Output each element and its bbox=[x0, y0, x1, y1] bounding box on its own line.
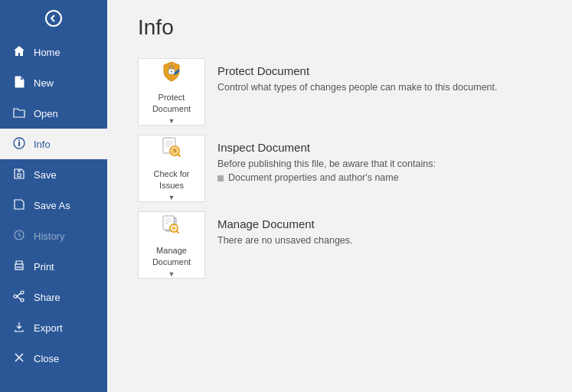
sidebar-item-label: Info bbox=[34, 139, 51, 150]
inspect-heading: Inspect Document bbox=[217, 141, 436, 154]
sidebar-item-label: Home bbox=[34, 47, 60, 58]
protect-heading: Protect Document bbox=[217, 64, 498, 77]
sidebar-item-close[interactable]: Close bbox=[0, 343, 107, 374]
sidebar-item-history[interactable]: History bbox=[0, 220, 107, 251]
sidebar-item-label: Print bbox=[34, 261, 54, 273]
svg-line-10 bbox=[17, 296, 21, 299]
share-icon bbox=[12, 290, 26, 305]
sidebar-item-label: History bbox=[34, 230, 64, 242]
sidebar-item-home[interactable]: Home bbox=[0, 37, 107, 67]
protect-description: Control what types of changes people can… bbox=[217, 82, 498, 93]
sidebar: Home New Open Info Save Save As bbox=[0, 0, 107, 392]
sidebar-item-label: Close bbox=[34, 353, 59, 364]
sidebar-item-save[interactable]: Save bbox=[0, 159, 107, 190]
check-btn-label: Check for Issues bbox=[153, 168, 189, 191]
sidebar-item-save-as[interactable]: Save As bbox=[0, 190, 107, 220]
inspect-card: Check for Issues ▼ Inspect Document Befo… bbox=[138, 135, 541, 202]
page-title: Info bbox=[138, 15, 541, 40]
svg-line-22 bbox=[178, 154, 180, 156]
check-issues-button[interactable]: Check for Issues ▼ bbox=[138, 135, 205, 202]
sidebar-item-label: Export bbox=[34, 322, 63, 334]
sidebar-item-label: Save bbox=[34, 169, 57, 181]
svg-point-7 bbox=[21, 299, 24, 302]
history-icon bbox=[12, 229, 26, 243]
main-content: Info Protect Document ▼ bbox=[107, 0, 572, 392]
protect-card-text: Protect Document Control what types of c… bbox=[205, 58, 510, 102]
protect-card: Protect Document ▼ Protect Document Cont… bbox=[138, 58, 541, 126]
sidebar-item-label: Open bbox=[34, 108, 58, 119]
svg-point-14 bbox=[171, 71, 172, 73]
save-as-icon bbox=[12, 198, 26, 213]
manage-card: Manage Document ▼ Manage Document There … bbox=[138, 211, 541, 279]
bullet-square bbox=[217, 175, 224, 181]
svg-point-0 bbox=[46, 11, 61, 26]
home-icon bbox=[12, 45, 26, 60]
back-button[interactable] bbox=[0, 0, 107, 37]
sidebar-item-label: Save As bbox=[34, 200, 70, 211]
sidebar-item-open[interactable]: Open bbox=[0, 98, 107, 129]
save-icon bbox=[12, 168, 26, 182]
open-icon bbox=[12, 106, 26, 121]
svg-line-9 bbox=[17, 293, 21, 296]
manage-document-button[interactable]: Manage Document ▼ bbox=[138, 211, 205, 279]
sidebar-item-share[interactable]: Share bbox=[0, 282, 107, 312]
protect-icon bbox=[159, 59, 184, 89]
manage-dropdown-arrow: ▼ bbox=[168, 270, 175, 278]
svg-point-3 bbox=[18, 139, 20, 141]
print-icon bbox=[12, 260, 26, 274]
info-icon bbox=[12, 137, 26, 152]
bullet-text: Document properties and author's name bbox=[228, 172, 399, 183]
svg-line-32 bbox=[177, 231, 179, 234]
protect-btn-label: Protect Document bbox=[152, 92, 191, 114]
inspect-card-text: Inspect Document Before publishing this … bbox=[205, 135, 448, 189]
new-icon bbox=[12, 76, 26, 90]
sidebar-item-print[interactable]: Print bbox=[0, 251, 107, 282]
manage-description: There are no unsaved changes. bbox=[217, 235, 353, 246]
protect-dropdown-arrow: ▼ bbox=[168, 117, 175, 125]
inspect-bullet: Document properties and author's name bbox=[217, 172, 436, 183]
inspect-description: Before publishing this file, be aware th… bbox=[217, 158, 436, 169]
sidebar-item-new[interactable]: New bbox=[0, 67, 107, 98]
sidebar-item-label: New bbox=[34, 77, 54, 89]
svg-rect-2 bbox=[18, 142, 20, 146]
manage-icon bbox=[159, 212, 184, 242]
manage-btn-label: Manage Document bbox=[152, 245, 191, 267]
protect-document-button[interactable]: Protect Document ▼ bbox=[138, 58, 205, 126]
sidebar-item-info[interactable]: Info bbox=[0, 129, 107, 159]
svg-point-6 bbox=[21, 291, 24, 294]
close-icon bbox=[12, 351, 26, 366]
manage-heading: Manage Document bbox=[217, 217, 353, 230]
svg-point-33 bbox=[172, 227, 176, 230]
svg-point-8 bbox=[14, 295, 17, 298]
info-cards: Protect Document ▼ Protect Document Cont… bbox=[138, 58, 541, 279]
sidebar-item-export[interactable]: Export bbox=[0, 312, 107, 343]
export-icon bbox=[12, 321, 26, 335]
sidebar-item-label: Share bbox=[34, 292, 60, 303]
manage-card-text: Manage Document There are no unsaved cha… bbox=[205, 211, 365, 255]
check-dropdown-arrow: ▼ bbox=[168, 194, 175, 201]
check-icon bbox=[159, 136, 184, 165]
